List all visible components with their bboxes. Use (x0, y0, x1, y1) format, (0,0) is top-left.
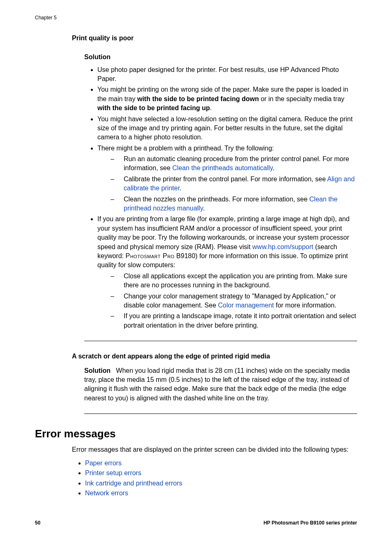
footer-title: HP Photosmart Pro B9100 series printer (263, 520, 357, 527)
list-item: Paper errors (85, 459, 357, 468)
solution-item: There might be a problem with a printhea… (97, 144, 357, 213)
solution-item: You might have selected a low-resolution… (97, 115, 357, 142)
text: . (273, 164, 274, 171)
sub-item: Close all applications except the applic… (111, 272, 357, 290)
link-clean-printheads[interactable]: Clean the printheads automatically (172, 164, 272, 171)
solution-item: You might be printing on the wrong side … (97, 85, 357, 113)
link-color-management[interactable]: Color management (218, 302, 274, 309)
page-footer: 50 HP Photosmart Pro B9100 series printe… (35, 520, 357, 527)
sub-item: Calibrate the printer from the control p… (111, 175, 357, 193)
chapter-label: Chapter 5 (35, 14, 357, 21)
text: for more information. (274, 302, 337, 309)
link-printer-setup-errors[interactable]: Printer setup errors (85, 469, 141, 476)
problem-title: Print quality is poor (72, 34, 357, 43)
bold-text: with the side to be printed facing down (137, 95, 259, 102)
solution-block: Solution When you load rigid media that … (84, 366, 357, 403)
sub-item: Change your color management strategy to… (111, 292, 357, 310)
text: . (203, 205, 205, 212)
link-network-errors[interactable]: Network errors (85, 490, 128, 497)
solution-body: When you load rigid media that is 28 cm … (84, 367, 350, 402)
solution-label: Solution (84, 53, 357, 62)
link-ink-cartridge-errors[interactable]: Ink cartridge and printhead errors (85, 480, 182, 487)
link-hp-support[interactable]: www.hp.com/support (252, 243, 314, 250)
section-intro: Error messages that are displayed on the… (72, 445, 357, 454)
sub-item: Run an automatic cleaning procedure from… (111, 155, 357, 173)
link-paper-errors[interactable]: Paper errors (85, 460, 122, 467)
solution-item: Use photo paper designed for the printer… (97, 65, 357, 84)
sub-list: Close all applications except the applic… (97, 272, 357, 330)
separator (84, 341, 357, 341)
solution-list: Use photo paper designed for the printer… (84, 65, 357, 330)
text: There might be a problem with a printhea… (97, 145, 274, 152)
solution-label-inline: Solution (84, 367, 111, 374)
sub-list: Run an automatic cleaning procedure from… (97, 155, 357, 213)
smallcaps-text: Photosmart Pro (125, 252, 174, 259)
error-types-list: Paper errors Printer setup errors Ink ca… (72, 459, 357, 498)
text: Clean the nozzles on the printheads. For… (124, 196, 309, 203)
problem2-title: A scratch or dent appears along the edge… (72, 352, 357, 361)
sub-item: Clean the nozzles on the printheads. For… (111, 195, 357, 213)
page-number: 50 (35, 520, 40, 527)
list-item: Printer setup errors (85, 469, 357, 478)
text: or in the specialty media tray (259, 95, 344, 102)
section-heading-error-messages: Error messages (35, 426, 357, 441)
separator (84, 414, 357, 414)
solution-item: If you are printing from a large file (f… (97, 215, 357, 330)
text: . (210, 104, 212, 111)
text: . (180, 185, 181, 192)
list-item: Ink cartridge and printhead errors (85, 479, 357, 488)
sub-item: If you are printing a landscape image, r… (111, 312, 357, 330)
bold-text: with the side to be printed facing up (97, 104, 210, 111)
list-item: Network errors (85, 489, 357, 498)
text: Calibrate the printer from the control p… (124, 176, 327, 183)
